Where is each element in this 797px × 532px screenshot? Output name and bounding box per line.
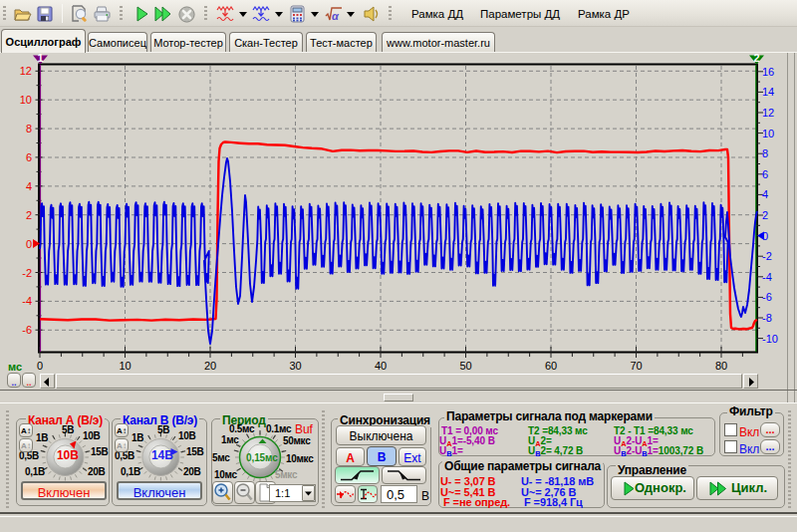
svg-text:30: 30	[289, 360, 301, 372]
svg-text:10: 10	[20, 94, 32, 106]
svg-text:-6: -6	[762, 291, 772, 303]
svg-text:4: 4	[26, 180, 32, 192]
svg-text:80: 80	[715, 360, 727, 372]
svg-text:-2: -2	[762, 250, 772, 262]
svg-text:-8: -8	[762, 312, 772, 324]
svg-text:0: 0	[37, 360, 43, 372]
svg-text:10: 10	[762, 128, 774, 139]
svg-text:12: 12	[20, 65, 32, 77]
svg-text:0: 0	[762, 230, 768, 242]
svg-text:мс: мс	[8, 361, 22, 373]
svg-text:10: 10	[119, 360, 131, 372]
svg-text:6: 6	[762, 168, 768, 180]
svg-text:60: 60	[545, 360, 557, 372]
svg-text:40: 40	[375, 360, 387, 372]
svg-text:-4: -4	[22, 295, 32, 307]
svg-text:8: 8	[762, 147, 768, 159]
svg-text:α: α	[332, 10, 340, 22]
svg-text:-6: -6	[22, 324, 32, 336]
svg-text:50: 50	[459, 360, 471, 372]
svg-text:6: 6	[26, 151, 32, 163]
svg-text:-2: -2	[22, 267, 32, 279]
svg-text:14: 14	[762, 86, 774, 98]
svg-text:2: 2	[762, 209, 768, 221]
svg-text:1: 1	[37, 52, 43, 64]
svg-text:2: 2	[753, 52, 759, 64]
svg-text:0: 0	[26, 238, 32, 250]
svg-text:8: 8	[26, 123, 32, 134]
svg-text:-4: -4	[762, 271, 772, 283]
svg-text:70: 70	[630, 360, 642, 372]
svg-text:12: 12	[762, 107, 774, 119]
svg-text:4: 4	[762, 188, 768, 200]
svg-text:-10: -10	[762, 333, 778, 345]
svg-text:2: 2	[26, 209, 32, 221]
svg-text:16: 16	[762, 66, 774, 78]
svg-text:20: 20	[204, 360, 216, 372]
